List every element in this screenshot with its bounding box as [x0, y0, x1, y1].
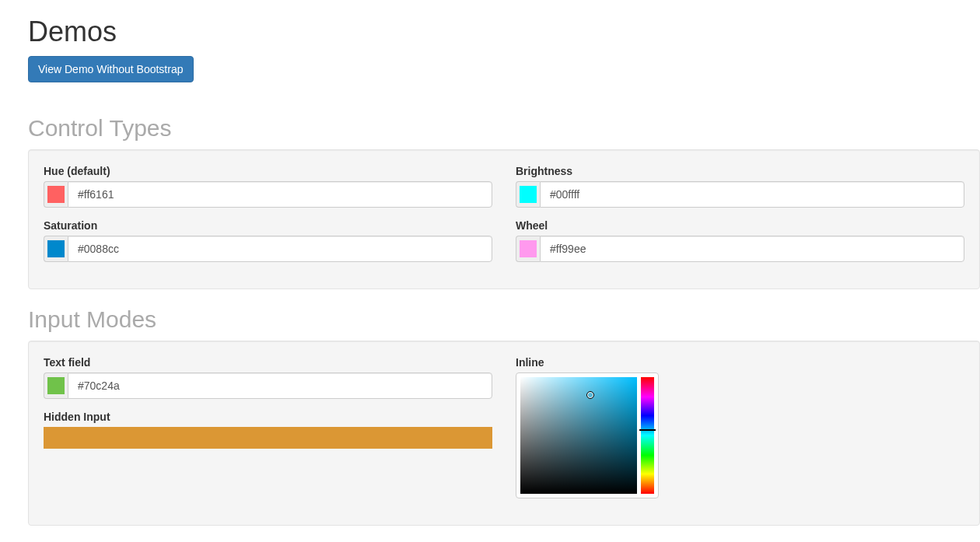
- view-demo-button[interactable]: View Demo Without Bootstrap: [28, 56, 194, 82]
- control-types-heading: Control Types: [28, 115, 980, 142]
- inline-label: Inline: [516, 356, 544, 369]
- textfield-swatch-button[interactable]: [44, 372, 68, 399]
- hue-swatch: [47, 186, 65, 203]
- brightness-input[interactable]: [540, 181, 964, 208]
- sv-picker-handle[interactable]: [586, 391, 594, 399]
- page-title: Demos: [28, 16, 980, 48]
- hidden-input-swatch[interactable]: [44, 427, 492, 449]
- hue-input[interactable]: [68, 181, 492, 208]
- textfield-label: Text field: [44, 356, 90, 369]
- control-types-well: Hue (default) Brightness: [28, 149, 980, 289]
- saturation-swatch: [47, 240, 65, 257]
- saturation-swatch-button[interactable]: [44, 236, 68, 262]
- hue-slider-handle[interactable]: [639, 429, 656, 431]
- hue-swatch-button[interactable]: [44, 181, 68, 208]
- saturation-input[interactable]: [68, 236, 492, 262]
- hidden-input-label: Hidden Input: [44, 411, 110, 423]
- sv-val-layer: [520, 377, 637, 494]
- wheel-input[interactable]: [540, 236, 964, 262]
- hue-slider[interactable]: [641, 377, 654, 494]
- wheel-swatch: [520, 240, 537, 257]
- input-modes-heading: Input Modes: [28, 306, 980, 333]
- brightness-label: Brightness: [516, 165, 572, 177]
- inline-color-panel: [516, 372, 659, 498]
- saturation-label: Saturation: [44, 219, 97, 232]
- textfield-input[interactable]: [68, 372, 492, 399]
- wheel-label: Wheel: [516, 219, 548, 232]
- wheel-swatch-button[interactable]: [516, 236, 540, 262]
- input-modes-well: Text field Hidden Input Inline: [28, 341, 980, 526]
- brightness-swatch: [520, 186, 537, 203]
- textfield-swatch: [47, 377, 65, 394]
- brightness-swatch-button[interactable]: [516, 181, 540, 208]
- sv-canvas[interactable]: [520, 377, 637, 494]
- hue-label: Hue (default): [44, 165, 110, 177]
